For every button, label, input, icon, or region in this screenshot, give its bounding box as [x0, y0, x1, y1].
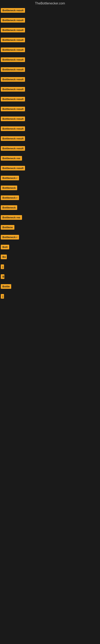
bottleneck-badge[interactable]: Bottleneck r — [1, 176, 19, 180]
list-item: Bottlene — [1, 224, 100, 231]
bottleneck-badge[interactable]: Bottleneck — [1, 205, 17, 210]
bottleneck-badge[interactable]: Bott — [1, 245, 9, 249]
list-item: Bottleneck result — [1, 67, 100, 73]
list-item: Bottle — [1, 284, 100, 290]
list-item: Bottleneck r — [1, 175, 100, 182]
bottleneck-badge[interactable]: Bottleneck res — [1, 215, 22, 220]
bottleneck-badge[interactable]: Bottleneck res — [1, 156, 22, 160]
bottleneck-badge[interactable]: Bottleneck result — [1, 8, 25, 13]
bottleneck-badge[interactable]: Bottleneck — [1, 186, 17, 190]
bottleneck-badge[interactable]: Bottleneck result — [1, 146, 25, 151]
list-item: Bottleneck result — [1, 18, 100, 24]
list-item: Bottleneck — [1, 185, 100, 192]
list-item: Bottleneck result — [1, 86, 100, 93]
bottleneck-badge[interactable]: Bottleneck result — [1, 97, 25, 102]
list-item: Bottleneck result — [1, 146, 100, 152]
bottleneck-badge[interactable]: Bottleneck result — [1, 107, 25, 111]
list-item: Bottleneck r — [1, 234, 100, 241]
bottleneck-badge[interactable]: Bottle — [1, 284, 11, 289]
bottleneck-badge[interactable]: Bottleneck r — [1, 235, 19, 240]
bottleneck-badge[interactable]: Bottleneck result — [1, 87, 25, 92]
bottleneck-badge[interactable]: Bottleneck result — [1, 48, 25, 52]
bottleneck-badge[interactable]: Bottlene — [1, 225, 14, 230]
list-item: Bottleneck r — [1, 195, 100, 201]
bottleneck-badge[interactable]: Bottleneck result — [1, 77, 25, 82]
bottleneck-badge[interactable]: Bottleneck result — [1, 116, 25, 121]
list-item: Bottleneck result — [1, 8, 100, 14]
bottleneck-badge[interactable]: Bottleneck result — [1, 126, 25, 131]
list-item: Bottleneck result — [1, 136, 100, 142]
bottleneck-badge[interactable]: B — [1, 274, 4, 279]
list-item: Bottleneck result — [1, 47, 100, 53]
list-item: Bottleneck result — [1, 96, 100, 103]
site-title: TheBottlenecker.com — [0, 0, 100, 8]
list-item: Bottleneck result — [1, 37, 100, 44]
bottleneck-badge[interactable]: Bottleneck result — [1, 57, 25, 62]
list-item: Bo — [1, 254, 100, 260]
bottleneck-badge[interactable]: Bottleneck result — [1, 28, 25, 32]
list-item: Bottleneck res — [1, 215, 100, 221]
list-item: Bottleneck result — [1, 57, 100, 63]
items-container: Bottleneck resultBottleneck resultBottle… — [0, 8, 100, 300]
bottleneck-badge[interactable]: Bottleneck result — [1, 67, 25, 72]
bottleneck-badge[interactable]: Bo — [1, 254, 7, 259]
list-item: Bott — [1, 244, 100, 250]
bottleneck-badge[interactable]: Bottleneck r — [1, 196, 19, 200]
bottleneck-badge[interactable]: Bottleneck result — [1, 38, 25, 42]
list-item: Bottleneck — [1, 205, 100, 211]
list-item: Bottleneck result — [1, 77, 100, 83]
list-item: Bottleneck result — [1, 126, 100, 132]
bottleneck-badge[interactable]: Bottleneck result — [1, 18, 25, 22]
bottleneck-badge[interactable]: Bottleneck result — [1, 136, 25, 141]
list-item: Bottleneck res — [1, 156, 100, 162]
list-item: Bottleneck result — [1, 166, 100, 172]
list-item: Bottleneck result — [1, 106, 100, 112]
list-item: | — [1, 294, 100, 300]
list-item: B — [1, 274, 100, 280]
bottleneck-badge[interactable]: | — [1, 264, 4, 269]
list-item: Bottleneck result — [1, 27, 100, 34]
bottleneck-badge[interactable]: | — [1, 294, 4, 299]
bottleneck-badge[interactable]: Bottleneck result — [1, 166, 25, 170]
list-item: | — [1, 264, 100, 270]
list-item: Bottleneck result — [1, 116, 100, 122]
